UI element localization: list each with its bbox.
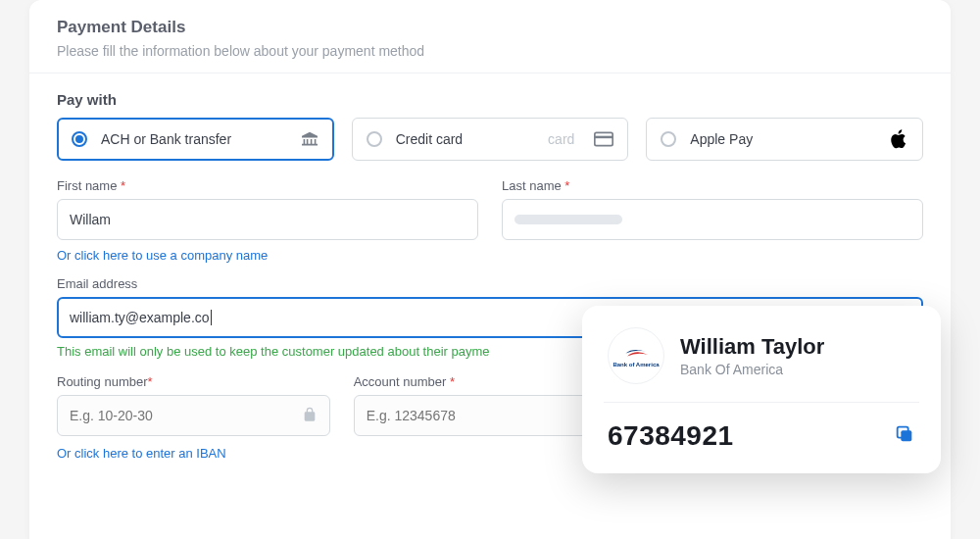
panel-header: Payment Details Please fill the informat… (29, 0, 951, 73)
last-name-input[interactable] (502, 199, 923, 240)
bank-name: Bank Of America (680, 362, 824, 377)
pay-option-credit-card[interactable]: Credit card card (352, 118, 629, 161)
first-name-field: First name * (57, 178, 478, 240)
panel-subtitle: Please fill the information below about … (57, 43, 923, 59)
field-label: Email address (57, 276, 923, 291)
radio-checked-icon (72, 131, 87, 147)
last-name-field: Last name * (502, 178, 923, 240)
bank-card-header: Bank of America William Taylor Bank Of A… (608, 327, 915, 384)
routing-input[interactable] (57, 395, 330, 436)
radio-icon (661, 131, 676, 147)
pay-option-apple-pay[interactable]: Apple Pay (646, 118, 923, 161)
placeholder-skeleton (514, 215, 622, 224)
pay-option-ach[interactable]: ACH or Bank transfer (57, 118, 334, 161)
first-name-input[interactable] (57, 199, 478, 240)
radio-icon (367, 131, 382, 147)
bank-account-card: Bank of America William Taylor Bank Of A… (582, 306, 941, 473)
field-label: Routing number* (57, 374, 330, 389)
bank-of-america-icon (621, 344, 651, 360)
field-label: Last name * (502, 178, 923, 193)
panel-title: Payment Details (57, 18, 923, 37)
bank-logo: Bank of America (608, 327, 664, 384)
svg-rect-2 (901, 430, 911, 441)
routing-field: Routing number* (57, 374, 330, 436)
divider (604, 402, 919, 403)
email-value: william.ty@example.co (70, 310, 210, 325)
bank-icon (300, 131, 319, 147)
field-label: First name * (57, 178, 478, 193)
pay-option-label: ACH or Bank transfer (101, 131, 300, 147)
pay-options: ACH or Bank transfer Credit card card Ap… (57, 118, 923, 161)
name-row: First name * Last name * (57, 178, 923, 240)
pay-option-label: Apple Pay (690, 131, 891, 147)
bank-logo-text: Bank of America (612, 362, 659, 368)
routing-text[interactable] (70, 408, 318, 423)
lock-icon (302, 407, 318, 425)
account-number-row: 67384921 (608, 420, 915, 452)
bank-card-title-block: William Taylor Bank Of America (680, 334, 824, 377)
company-name-link[interactable]: Or click here to use a company name (57, 248, 923, 263)
text-cursor (211, 310, 212, 325)
svg-rect-0 (595, 132, 612, 145)
apple-icon (891, 129, 908, 149)
account-number: 67384921 (608, 420, 894, 452)
pay-with-label: Pay with (57, 91, 923, 108)
svg-rect-1 (595, 136, 612, 139)
first-name-text[interactable] (70, 212, 466, 227)
account-holder-name: William Taylor (680, 334, 824, 360)
account-text[interactable] (367, 408, 614, 423)
copy-icon[interactable] (894, 423, 915, 449)
credit-card-icon (594, 131, 613, 147)
ghost-text: card (548, 131, 574, 147)
